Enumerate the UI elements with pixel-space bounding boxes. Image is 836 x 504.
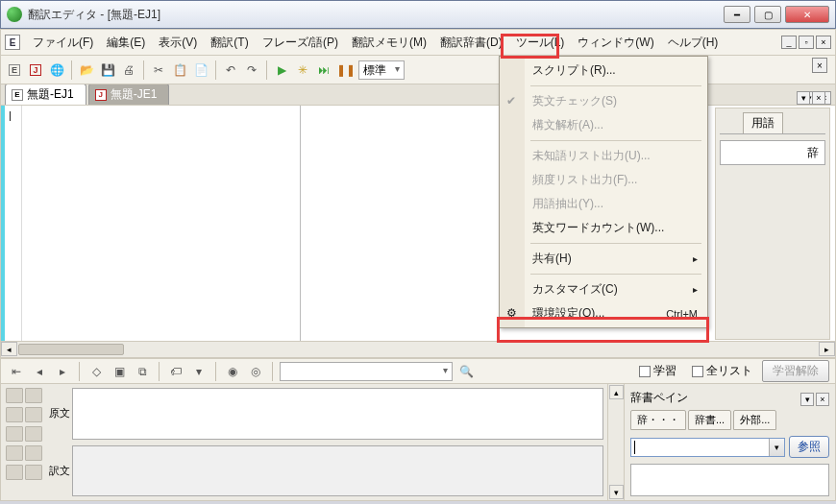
step-icon[interactable]: ⏭ (314, 60, 333, 80)
menu-item-freq-list: 頻度リスト出力(F)... (502, 168, 705, 192)
menu-item-label: 未知語リスト出力(U)... (532, 148, 651, 164)
menu-dict[interactable]: 翻訳辞書(D) (433, 32, 509, 54)
menu-item-script[interactable]: スクリプト(R)... (502, 59, 705, 83)
mdi-minimize[interactable]: _ (781, 36, 797, 49)
mdi-restore[interactable]: ▫ (799, 36, 814, 49)
chevron-down-icon[interactable]: ▾ (769, 439, 784, 456)
globe-icon[interactable]: 🌐 (47, 60, 66, 80)
pause-icon[interactable]: ❚❚ (335, 60, 357, 80)
bl-icon[interactable] (6, 465, 23, 480)
redo-icon[interactable]: ↷ (242, 60, 261, 80)
doc-tab-ej1[interactable]: E 無題-EJ1 (5, 84, 86, 105)
mode-je-button[interactable]: J (26, 60, 45, 80)
menu-item-preferences[interactable]: ⚙ 環境設定(O)... Ctrl+M (502, 301, 705, 325)
copy-icon[interactable]: 📋 (170, 60, 189, 80)
tool-b-icon[interactable]: ▣ (110, 362, 129, 381)
scroll-down-icon[interactable]: ▾ (609, 485, 624, 499)
menu-tools[interactable]: ツール(L) (509, 32, 572, 54)
bl-icon[interactable] (25, 445, 42, 461)
menu-item-label: 英文ワードカウント(W)... (532, 220, 664, 236)
learn-label: 学習 (653, 363, 676, 379)
right-panel-dd[interactable]: ▾ (797, 91, 810, 105)
bl-icon[interactable] (25, 388, 42, 403)
save-icon[interactable]: 💾 (98, 60, 117, 80)
open-icon[interactable]: 📂 (77, 60, 96, 80)
all-list-checkbox[interactable]: 全リスト (692, 363, 752, 379)
doc-tab-label: 無題-JE1 (111, 86, 158, 103)
bottom-target-input[interactable] (72, 445, 603, 497)
bl-icon[interactable] (6, 426, 23, 442)
dict-pane-title: 辞書ペイン (630, 388, 688, 410)
learn-checkbox[interactable]: 学習 (639, 363, 676, 379)
mode-ej-button[interactable]: E (5, 60, 24, 80)
dict-tab-1[interactable]: 辞・・・ (630, 410, 686, 430)
bl-icon[interactable] (6, 388, 23, 403)
dict-tab-2[interactable]: 辞書... (688, 410, 731, 430)
bl-icon[interactable] (25, 465, 42, 480)
menu-item-label: 共有(H) (532, 251, 572, 267)
doc-tab-je1[interactable]: J 無題-JE1 (88, 84, 170, 105)
toolbar-close[interactable]: × (812, 58, 827, 73)
scroll-left-icon[interactable]: ◂ (1, 342, 17, 356)
menu-item-word-count[interactable]: 英文ワードカウント(W)... (502, 216, 705, 240)
dict-pane-dd[interactable]: ▾ (800, 393, 814, 406)
menu-window[interactable]: ウィンドウ(W) (571, 32, 660, 54)
dictionary-pane: 辞書ペイン ▾ × 辞・・・ 辞書... 外部... ▾ 参照 (625, 384, 836, 501)
dict-search-combo[interactable]: ▾ (630, 438, 785, 457)
menu-item-share[interactable]: 共有(H) ▸ (502, 247, 705, 271)
tool-a-icon[interactable]: ◇ (86, 362, 106, 381)
nav-first-icon[interactable]: ⇤ (7, 362, 26, 381)
flag-dd-icon[interactable]: ▾ (189, 362, 209, 381)
dict-tab-3[interactable]: 外部... (733, 410, 776, 430)
tool-c-icon[interactable]: ⧉ (133, 362, 152, 381)
bl-icon[interactable] (6, 445, 23, 461)
bottom-v-scrollbar[interactable]: ▴ ▾ (607, 384, 624, 500)
bottom-left-pane: 原文 訳文 ▴ ▾ (0, 384, 625, 501)
tools-dropdown: スクリプト(R)... ✔ 英文チェック(S) 構文解析(A)... 未知語リス… (499, 56, 708, 328)
right-panel-close[interactable]: × (812, 91, 825, 105)
menu-file[interactable]: ファイル(F) (26, 32, 100, 54)
bottom-source-input[interactable] (72, 388, 603, 440)
mdi-close[interactable]: × (816, 36, 831, 49)
bl-icon[interactable] (25, 407, 42, 422)
undo-icon[interactable]: ↶ (221, 60, 240, 80)
menu-view[interactable]: 表示(V) (152, 32, 204, 54)
unlearn-button[interactable]: 学習解除 (762, 360, 829, 382)
tab-terms[interactable]: 用語 (743, 112, 783, 133)
scroll-up-icon[interactable]: ▴ (609, 385, 624, 399)
scroll-thumb[interactable] (18, 344, 124, 355)
document-tabs: E 無題-EJ1 J 無題-JE1 ▾ × (0, 84, 836, 106)
menu-tm[interactable]: 翻訳メモリ(M) (345, 32, 433, 54)
play-icon[interactable]: ▶ (272, 60, 291, 80)
search-icon[interactable]: 🔍 (456, 362, 476, 381)
close-button[interactable]: ✕ (785, 6, 829, 23)
bl-icon[interactable] (25, 426, 42, 442)
dict-reference-button[interactable]: 参照 (789, 436, 829, 458)
scroll-right-icon[interactable]: ▸ (819, 342, 835, 356)
sparkle-icon[interactable]: ✳ (293, 60, 312, 80)
source-pane[interactable] (22, 106, 301, 341)
flag-icon[interactable]: 🏷 (166, 362, 185, 381)
mark-b-icon[interactable]: ◎ (246, 362, 265, 381)
menu-edit[interactable]: 編集(E) (100, 32, 152, 54)
paste-icon[interactable]: 📄 (191, 60, 210, 80)
menu-help[interactable]: ヘルプ(H) (661, 32, 725, 54)
menu-item-customize[interactable]: カスタマイズ(C) ▸ (502, 277, 705, 301)
editor-h-scrollbar[interactable]: ◂ ▸ (0, 342, 836, 358)
nav-next-icon[interactable]: ▸ (53, 362, 72, 381)
translation-mode-select[interactable]: 標準 (358, 60, 405, 80)
print-icon[interactable]: 🖨 (119, 60, 138, 80)
menu-phrase[interactable]: フレーズ/語(P) (256, 32, 345, 54)
mark-a-icon[interactable]: ◉ (223, 362, 242, 381)
dict-result-list[interactable] (630, 464, 829, 496)
lower-select[interactable] (280, 362, 453, 381)
minimize-button[interactable]: ━ (724, 6, 750, 23)
menu-item-parse: 構文解析(A)... (502, 113, 705, 137)
maximize-button[interactable]: ▢ (754, 6, 781, 23)
menu-translate[interactable]: 翻訳(T) (204, 32, 255, 54)
nav-prev-icon[interactable]: ◂ (30, 362, 49, 381)
menu-bar: E ファイル(F) 編集(E) 表示(V) 翻訳(T) フレーズ/語(P) 翻訳… (0, 29, 836, 56)
bl-icon[interactable] (6, 407, 23, 422)
cut-icon[interactable]: ✂ (149, 60, 168, 80)
dict-pane-close[interactable]: × (816, 393, 829, 406)
